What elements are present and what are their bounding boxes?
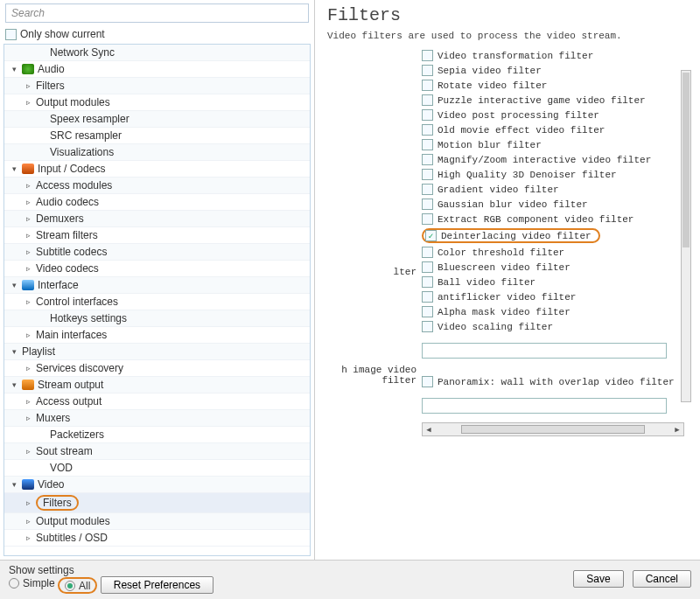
filter-checkbox[interactable] [422,154,433,165]
tree-item-audio_filters[interactable]: ▹Filters [4,78,310,94]
expand-icon[interactable]: ▹ [24,533,32,542]
filter-label: Motion blur filter [438,140,542,150]
vertical-scrollbar[interactable] [681,70,691,402]
expand-icon[interactable]: ▹ [24,214,32,223]
truncated-label-2: h image video filter [327,365,416,386]
tree-item-src[interactable]: SRC resampler [4,128,310,144]
filter-label: Video scaling filter [438,322,553,332]
tree-item-video[interactable]: ▾Video [4,477,310,493]
tree-item-access_out[interactable]: ▹Access output [4,394,310,410]
tree-item-sout[interactable]: ▹Sout stream [4,443,310,460]
tree-item-audio[interactable]: ▾Audio [4,61,310,78]
tree-item-subtitles_osd[interactable]: ▹Subtitles / OSD [4,530,310,547]
collapse-icon[interactable]: ▾ [10,65,18,73]
expand-icon[interactable]: ▹ [24,414,32,422]
tree-item-speex[interactable]: Speex resampler [4,111,310,128]
settings-tree[interactable]: Network Sync▾Audio▹Filters▹Output module… [4,44,311,556]
cancel-button[interactable]: Cancel [633,570,691,588]
save-button[interactable]: Save [573,570,623,588]
tree-item-main_if[interactable]: ▹Main interfaces [4,327,310,344]
filter-text-input-1[interactable] [422,343,667,359]
tree-item-subtitle_codecs[interactable]: ▹Subtitle codecs [4,244,310,261]
collapse-icon[interactable]: ▾ [10,380,18,389]
scroll-left-icon[interactable]: ◀ [423,425,435,435]
tree-item-video_codecs[interactable]: ▹Video codecs [4,261,310,277]
panoramix-checkbox[interactable] [422,376,433,387]
tree-item-muxers[interactable]: ▹Muxers [4,410,310,427]
collapse-icon[interactable]: ▾ [10,347,18,356]
tree-item-network_sync[interactable]: Network Sync [4,45,310,61]
horizontal-scrollbar[interactable]: ◀▶ [422,422,684,436]
expand-icon[interactable]: ▹ [24,364,32,373]
radio-all[interactable]: All [65,580,90,592]
expand-icon[interactable]: ▹ [24,81,32,90]
filter-label: Magnify/Zoom interactive video filter [438,155,651,165]
tree-label: Speex resampler [50,113,130,125]
filter-checkbox[interactable] [422,80,433,91]
filter-text-input-2[interactable] [422,398,667,414]
tree-item-interface[interactable]: ▾Interface [4,277,310,294]
filter-checkbox[interactable] [422,50,433,61]
only-show-checkbox[interactable] [5,29,17,40]
filter-checkbox[interactable] [422,291,433,303]
tree-label: Main interfaces [36,329,107,341]
filter-checkbox[interactable] [422,124,433,136]
filter-label: Deinterlacing video filter [441,231,592,241]
expand-icon[interactable]: ▹ [24,331,32,339]
expand-icon[interactable]: ▹ [24,397,32,406]
tree-item-video_filters[interactable]: ▹Filters [4,493,310,513]
expand-icon[interactable]: ▹ [24,181,32,190]
tree-item-vod[interactable]: VOD [4,460,310,477]
collapse-icon[interactable]: ▾ [10,480,18,489]
filter-checkbox[interactable] [422,65,433,76]
tree-item-stream_filters[interactable]: ▹Stream filters [4,227,310,244]
filter-checkbox[interactable] [422,247,433,258]
filter-checkbox[interactable] [422,199,433,210]
filter-checkbox[interactable] [422,94,433,106]
tree-item-serv_disc[interactable]: ▹Services discovery [4,360,310,377]
tree-item-ctrl_if[interactable]: ▹Control interfaces [4,294,310,310]
reset-preferences-button[interactable]: Reset Preferences [101,576,214,594]
filter-checkbox[interactable] [422,139,433,150]
icon-interface [22,280,34,290]
filter-checkbox[interactable] [422,261,433,273]
tree-label: Control interfaces [36,296,118,308]
tree-item-codecs[interactable]: ▾Input / Codecs [4,161,310,178]
tree-item-video_output[interactable]: ▹Output modules [4,513,310,530]
scroll-right-icon[interactable]: ▶ [671,425,683,435]
filter-checkbox[interactable] [422,184,433,195]
filter-checkbox[interactable] [422,213,433,225]
tree-item-packetizers[interactable]: Packetizers [4,427,310,443]
tree-label: Video codecs [36,262,99,275]
tree-item-audio_codecs[interactable]: ▹Audio codecs [4,194,310,211]
collapse-icon[interactable]: ▾ [10,281,18,289]
filter-checkbox[interactable] [422,321,433,332]
tree-label: Sout stream [36,445,93,457]
filter-checkbox[interactable] [422,169,433,180]
radio-simple[interactable]: Simple [9,577,55,589]
expand-icon[interactable]: ▹ [24,198,32,206]
expand-icon[interactable]: ▹ [24,264,32,273]
expand-icon[interactable]: ▹ [24,498,32,507]
collapse-icon[interactable]: ▾ [10,164,18,173]
search-input[interactable]: Search [5,3,309,23]
icon-audio [22,64,34,74]
expand-icon[interactable]: ▹ [24,231,32,240]
tree-item-playlist[interactable]: ▾Playlist [4,344,310,360]
expand-icon[interactable]: ▹ [24,297,32,306]
filter-checkbox[interactable] [422,276,433,288]
tree-label: Filters [36,80,65,92]
expand-icon[interactable]: ▹ [24,98,32,107]
expand-icon[interactable]: ▹ [24,247,32,256]
tree-item-vis[interactable]: Visualizations [4,144,310,161]
tree-item-stream_out[interactable]: ▾Stream output [4,377,310,394]
filter-checkbox[interactable] [425,230,437,241]
expand-icon[interactable]: ▹ [24,517,32,526]
filter-checkbox[interactable] [422,109,433,121]
tree-item-demuxers[interactable]: ▹Demuxers [4,211,310,227]
filter-checkbox[interactable] [422,306,433,317]
tree-item-access_mod[interactable]: ▹Access modules [4,178,310,194]
tree-item-audio_output[interactable]: ▹Output modules [4,94,310,111]
tree-item-hotkeys[interactable]: Hotkeys settings [4,310,310,327]
expand-icon[interactable]: ▹ [24,447,32,456]
